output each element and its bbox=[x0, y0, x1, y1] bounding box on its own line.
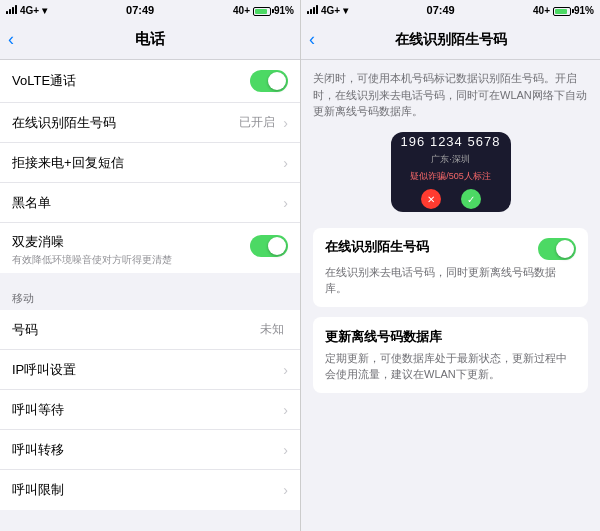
battery-percent: 91% bbox=[274, 5, 294, 16]
update-db-desc: 定期更新，可使数据库处于最新状态，更新过程中会使用流量，建议在WLAN下更新。 bbox=[325, 350, 576, 383]
right-battery-percent: 91% bbox=[574, 5, 594, 16]
right-nav-bar: ‹ 在线识别陌生号码 bbox=[301, 20, 600, 60]
list-item-call-restrict[interactable]: 呼叫限制 › bbox=[0, 470, 300, 510]
update-db-section: 更新离线号码数据库 定期更新，可使数据库处于最新状态，更新过程中会使用流量，建议… bbox=[313, 317, 588, 393]
left-status-bar: 4G+ ▾ 07:49 40+ 91% bbox=[0, 0, 300, 20]
ip-call-label: IP呼叫设置 bbox=[12, 361, 279, 379]
volte-label: VoLTE通话 bbox=[12, 72, 250, 90]
online-id-section-title: 在线识别陌生号码 bbox=[325, 238, 429, 256]
network-type: 4G+ bbox=[20, 5, 39, 16]
battery-icon bbox=[253, 5, 271, 16]
phone-card: 196 1234 5678 广东·深圳 疑似诈骗/505人标注 ✕ ✓ bbox=[391, 132, 511, 212]
list-item-reject-reply[interactable]: 拒接来电+回复短信 › bbox=[0, 143, 300, 183]
left-panel: 4G+ ▾ 07:49 40+ 91% ‹ 电话 VoLTE通话 bbox=[0, 0, 300, 531]
right-network-type: 4G+ bbox=[321, 5, 340, 16]
online-id-toggle-knob bbox=[556, 240, 574, 258]
left-group-2: 号码 未知 IP呼叫设置 › 呼叫等待 › 呼叫转移 › 呼叫限制 › bbox=[0, 310, 300, 510]
right-battery-icon bbox=[553, 5, 571, 16]
online-id-chevron: › bbox=[283, 115, 288, 131]
volte-toggle[interactable] bbox=[250, 70, 288, 92]
phone-card-location: 广东·深圳 bbox=[431, 153, 470, 166]
update-db-title: 更新离线号码数据库 bbox=[325, 329, 442, 344]
call-wait-chevron: › bbox=[283, 402, 288, 418]
online-id-toggle[interactable] bbox=[538, 238, 576, 260]
left-nav-title: 电话 bbox=[135, 30, 165, 49]
number-label: 号码 bbox=[12, 321, 260, 339]
reject-reply-chevron: › bbox=[283, 155, 288, 171]
left-nav-bar: ‹ 电话 bbox=[0, 20, 300, 60]
right-network: 40+ bbox=[233, 5, 250, 16]
toggle-knob-noise bbox=[268, 237, 286, 255]
online-id-section-desc: 在线识别来去电话号码，同时更新离线号码数据库。 bbox=[325, 264, 576, 297]
right-signal-icon bbox=[307, 4, 318, 16]
wifi-icon: ▾ bbox=[42, 5, 47, 16]
call-end-button[interactable]: ✕ bbox=[421, 189, 441, 209]
toggle-knob bbox=[268, 72, 286, 90]
right-back-button[interactable]: ‹ bbox=[309, 29, 315, 50]
right-status-time: 07:49 bbox=[427, 4, 455, 16]
list-item-online-id[interactable]: 在线识别陌生号码 已开启 › bbox=[0, 103, 300, 143]
list-item-noise-cancel[interactable]: 双麦消噪 有效降低环境噪音使对方听得更清楚 bbox=[0, 223, 300, 273]
phone-card-buttons: ✕ ✓ bbox=[421, 189, 481, 209]
call-accept-icon: ✓ bbox=[467, 194, 475, 205]
call-restrict-chevron: › bbox=[283, 482, 288, 498]
right-content: 关闭时，可使用本机号码标记数据识别陌生号码。开启时，在线识别来去电话号码，同时可… bbox=[301, 60, 600, 531]
right-panel: 4G+ ▾ 07:49 40+ 91% ‹ 在线识别陌生号码 关闭时，可使用本机… bbox=[300, 0, 600, 531]
right-description: 关闭时，可使用本机号码标记数据识别陌生号码。开启时，在线识别来去电话号码，同时可… bbox=[313, 70, 588, 120]
noise-cancel-content: 双麦消噪 有效降低环境噪音使对方听得更清楚 bbox=[12, 233, 250, 267]
noise-cancel-label: 双麦消噪 bbox=[12, 233, 250, 251]
noise-cancel-subtitle: 有效降低环境噪音使对方听得更清楚 bbox=[12, 253, 250, 267]
left-back-button[interactable]: ‹ bbox=[8, 29, 14, 50]
right-nav-title: 在线识别陌生号码 bbox=[395, 31, 507, 49]
right-network2: 40+ bbox=[533, 5, 550, 16]
left-settings-list: VoLTE通话 在线识别陌生号码 已开启 › 拒接来电+回复短信 › 黑名单 › bbox=[0, 60, 300, 531]
list-item-blacklist[interactable]: 黑名单 › bbox=[0, 183, 300, 223]
left-status-right: 40+ 91% bbox=[233, 5, 294, 16]
signal-icon bbox=[6, 4, 17, 16]
left-group-1: VoLTE通话 在线识别陌生号码 已开启 › 拒接来电+回复短信 › 黑名单 › bbox=[0, 60, 300, 273]
right-status-left: 4G+ ▾ bbox=[307, 4, 348, 16]
right-status-right: 40+ 91% bbox=[533, 5, 594, 16]
left-status-time: 07:49 bbox=[126, 4, 154, 16]
call-forward-label: 呼叫转移 bbox=[12, 441, 279, 459]
list-item-volte[interactable]: VoLTE通话 bbox=[0, 60, 300, 103]
back-chevron-icon: ‹ bbox=[8, 29, 14, 50]
list-item-ip-call[interactable]: IP呼叫设置 › bbox=[0, 350, 300, 390]
list-item-number[interactable]: 号码 未知 bbox=[0, 310, 300, 350]
call-accept-button[interactable]: ✓ bbox=[461, 189, 481, 209]
right-back-chevron-icon: ‹ bbox=[309, 29, 315, 50]
online-id-section: 在线识别陌生号码 在线识别来去电话号码，同时更新离线号码数据库。 bbox=[313, 228, 588, 307]
number-value: 未知 bbox=[260, 321, 284, 338]
call-wait-label: 呼叫等待 bbox=[12, 401, 279, 419]
online-id-label: 在线识别陌生号码 bbox=[12, 114, 239, 132]
online-id-row: 在线识别陌生号码 bbox=[325, 238, 576, 260]
ip-call-chevron: › bbox=[283, 362, 288, 378]
left-status-left: 4G+ ▾ bbox=[6, 4, 47, 16]
phone-card-label: 疑似诈骗/505人标注 bbox=[410, 170, 491, 183]
list-item-call-wait[interactable]: 呼叫等待 › bbox=[0, 390, 300, 430]
phone-card-number: 196 1234 5678 bbox=[401, 134, 501, 149]
list-item-call-forward[interactable]: 呼叫转移 › bbox=[0, 430, 300, 470]
reject-reply-label: 拒接来电+回复短信 bbox=[12, 154, 279, 172]
call-restrict-label: 呼叫限制 bbox=[12, 481, 279, 499]
mobile-section-header: 移动 bbox=[0, 281, 300, 310]
right-status-bar: 4G+ ▾ 07:49 40+ 91% bbox=[301, 0, 600, 20]
right-wifi-icon: ▾ bbox=[343, 5, 348, 16]
call-end-icon: ✕ bbox=[427, 194, 435, 205]
noise-cancel-toggle[interactable] bbox=[250, 235, 288, 257]
blacklist-label: 黑名单 bbox=[12, 194, 279, 212]
call-forward-chevron: › bbox=[283, 442, 288, 458]
blacklist-chevron: › bbox=[283, 195, 288, 211]
online-id-value: 已开启 bbox=[239, 114, 275, 131]
